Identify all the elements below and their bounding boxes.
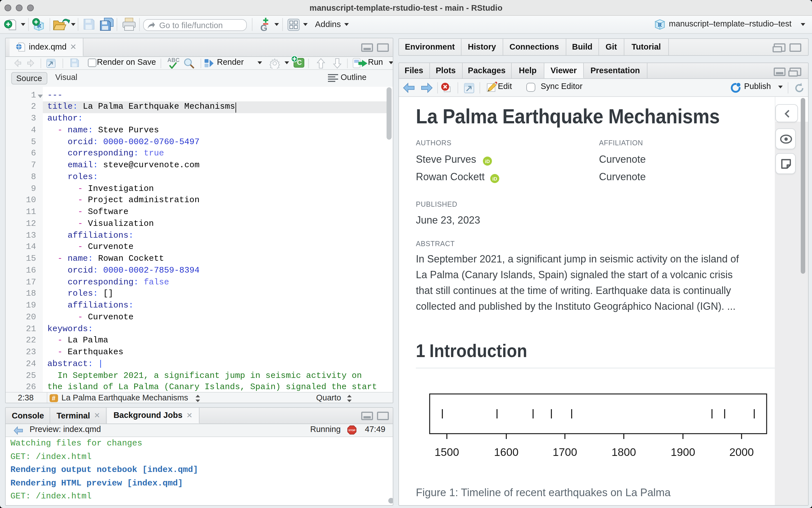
svg-text:iD: iD (492, 176, 497, 182)
svg-text:G: G (260, 23, 268, 32)
svg-text:1500: 1500 (435, 446, 459, 458)
svg-text:1900: 1900 (671, 446, 695, 458)
svg-text:1800: 1800 (611, 446, 636, 458)
svg-text:STOP: STOP (349, 429, 356, 432)
svg-text:1600: 1600 (494, 446, 518, 458)
svg-text:2000: 2000 (729, 446, 754, 458)
svg-text:1700: 1700 (553, 446, 577, 458)
svg-text:iD: iD (485, 159, 490, 164)
svg-text:R: R (658, 22, 662, 28)
